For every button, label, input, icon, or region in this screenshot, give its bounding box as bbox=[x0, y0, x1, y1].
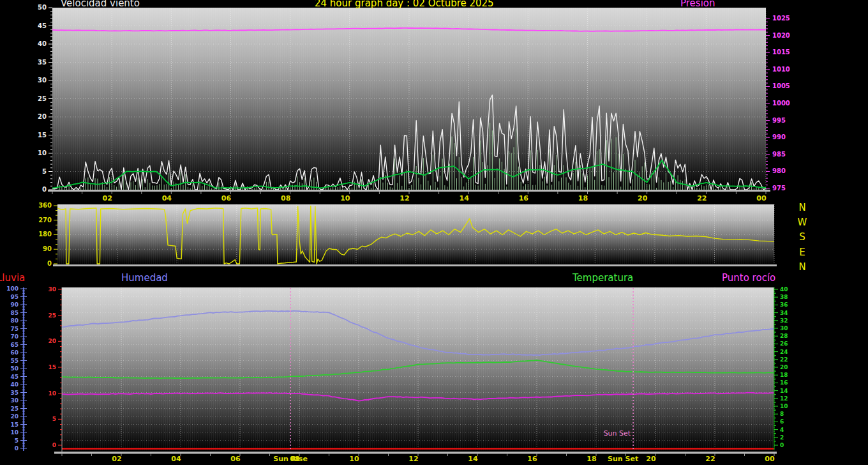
svg-text:0: 0 bbox=[47, 260, 52, 267]
svg-text:975: 975 bbox=[772, 185, 786, 192]
svg-text:990: 990 bbox=[772, 133, 786, 141]
svg-text:0: 0 bbox=[42, 186, 47, 193]
svg-text:04: 04 bbox=[162, 194, 172, 202]
svg-text:10: 10 bbox=[780, 403, 788, 409]
svg-text:20: 20 bbox=[638, 194, 648, 202]
svg-text:06: 06 bbox=[230, 455, 241, 463]
svg-text:04: 04 bbox=[171, 455, 181, 463]
svg-text:40: 40 bbox=[780, 286, 788, 293]
svg-text:25: 25 bbox=[48, 312, 56, 319]
svg-text:12: 12 bbox=[408, 455, 418, 463]
svg-text:90: 90 bbox=[43, 245, 52, 252]
svg-text:995: 995 bbox=[772, 117, 786, 124]
svg-text:18: 18 bbox=[578, 194, 588, 202]
svg-text:1015: 1015 bbox=[772, 49, 790, 56]
svg-text:20: 20 bbox=[10, 413, 19, 420]
svg-text:00: 00 bbox=[765, 455, 775, 463]
svg-text:1010: 1010 bbox=[772, 66, 790, 73]
svg-text:10: 10 bbox=[349, 455, 359, 463]
svg-text:24: 24 bbox=[780, 349, 788, 355]
svg-text:95: 95 bbox=[10, 294, 19, 300]
svg-text:10: 10 bbox=[340, 194, 350, 202]
svg-text:4: 4 bbox=[780, 427, 784, 433]
svg-text:6: 6 bbox=[780, 418, 784, 425]
svg-text:02: 02 bbox=[112, 455, 121, 463]
svg-text:14: 14 bbox=[460, 194, 470, 202]
svg-text:22: 22 bbox=[780, 356, 788, 363]
svg-text:45: 45 bbox=[38, 22, 47, 29]
svg-text:1020: 1020 bbox=[772, 32, 790, 39]
svg-text:180: 180 bbox=[38, 231, 52, 238]
svg-text:1005: 1005 bbox=[772, 82, 790, 89]
svg-text:38: 38 bbox=[780, 294, 788, 300]
svg-text:55: 55 bbox=[10, 358, 19, 364]
svg-text:Sun Rise: Sun Rise bbox=[273, 455, 308, 463]
svg-text:10: 10 bbox=[48, 390, 56, 397]
svg-text:15: 15 bbox=[38, 132, 47, 139]
svg-text:16: 16 bbox=[519, 194, 529, 202]
svg-text:65: 65 bbox=[10, 342, 19, 348]
chart-canvas: Sun Set051015202530354045509759809859909… bbox=[0, 0, 868, 465]
svg-text:980: 980 bbox=[772, 167, 786, 174]
svg-text:30: 30 bbox=[38, 77, 47, 84]
svg-text:02: 02 bbox=[103, 194, 112, 202]
svg-text:8: 8 bbox=[780, 411, 784, 417]
svg-text:Sun Set: Sun Set bbox=[608, 455, 638, 463]
svg-text:22: 22 bbox=[705, 455, 715, 463]
svg-text:00: 00 bbox=[756, 194, 767, 202]
svg-text:Sun Set: Sun Set bbox=[604, 429, 631, 438]
svg-text:20: 20 bbox=[38, 113, 47, 120]
svg-text:15: 15 bbox=[48, 364, 56, 370]
svg-text:50: 50 bbox=[38, 4, 47, 11]
svg-text:75: 75 bbox=[10, 326, 19, 332]
svg-text:14: 14 bbox=[780, 388, 788, 394]
svg-text:10: 10 bbox=[38, 149, 47, 156]
svg-text:360: 360 bbox=[38, 202, 52, 209]
svg-text:16: 16 bbox=[780, 379, 788, 386]
svg-text:2: 2 bbox=[780, 434, 784, 441]
svg-text:20: 20 bbox=[780, 364, 788, 370]
svg-text:15: 15 bbox=[10, 422, 19, 428]
svg-text:40: 40 bbox=[10, 381, 19, 388]
svg-text:20: 20 bbox=[646, 455, 656, 463]
svg-text:270: 270 bbox=[38, 217, 52, 224]
svg-text:30: 30 bbox=[10, 397, 19, 404]
svg-text:0: 0 bbox=[15, 445, 19, 452]
svg-text:25: 25 bbox=[38, 95, 47, 102]
svg-text:14: 14 bbox=[468, 455, 478, 463]
svg-text:50: 50 bbox=[10, 365, 19, 372]
svg-text:45: 45 bbox=[10, 374, 19, 380]
weather-graph-page: Velocidad viento 24 hour graph day : 02 … bbox=[0, 0, 868, 465]
svg-text:30: 30 bbox=[48, 286, 56, 293]
svg-text:22: 22 bbox=[697, 194, 707, 202]
svg-text:16: 16 bbox=[527, 455, 537, 463]
svg-text:12: 12 bbox=[780, 395, 788, 402]
svg-text:34: 34 bbox=[780, 310, 788, 316]
svg-text:10: 10 bbox=[10, 429, 19, 436]
svg-text:20: 20 bbox=[48, 338, 56, 344]
svg-text:36: 36 bbox=[780, 301, 788, 308]
svg-text:1025: 1025 bbox=[772, 15, 790, 22]
svg-text:5: 5 bbox=[42, 168, 47, 175]
svg-text:35: 35 bbox=[38, 59, 47, 66]
svg-text:08: 08 bbox=[281, 194, 290, 202]
svg-text:1000: 1000 bbox=[772, 100, 790, 107]
svg-text:28: 28 bbox=[780, 333, 788, 339]
svg-text:35: 35 bbox=[10, 390, 19, 396]
svg-text:5: 5 bbox=[52, 416, 56, 422]
svg-text:06: 06 bbox=[221, 194, 232, 202]
svg-text:80: 80 bbox=[10, 317, 19, 324]
svg-text:40: 40 bbox=[38, 40, 47, 47]
svg-text:90: 90 bbox=[10, 301, 19, 308]
svg-text:985: 985 bbox=[772, 151, 786, 158]
svg-text:18: 18 bbox=[780, 372, 788, 378]
svg-text:12: 12 bbox=[400, 194, 409, 202]
svg-text:32: 32 bbox=[780, 317, 788, 324]
svg-text:30: 30 bbox=[780, 325, 788, 332]
svg-text:85: 85 bbox=[10, 310, 19, 316]
svg-text:26: 26 bbox=[780, 340, 788, 347]
svg-text:0: 0 bbox=[780, 442, 784, 448]
svg-text:5: 5 bbox=[15, 438, 19, 444]
svg-text:60: 60 bbox=[10, 349, 19, 356]
svg-text:18: 18 bbox=[587, 455, 596, 463]
